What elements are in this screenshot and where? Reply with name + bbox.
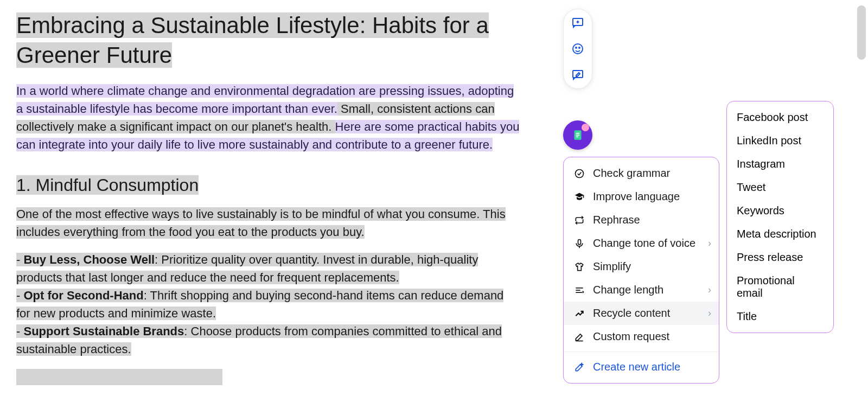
title-selected: Embracing a Sustainable Lifestyle: Habit… bbox=[16, 12, 489, 68]
graduation-cap-icon bbox=[573, 191, 585, 203]
tshirt-icon bbox=[573, 261, 585, 273]
sparkles-icon bbox=[573, 361, 585, 373]
menu-change-tone[interactable]: Change tone of voice › bbox=[564, 232, 719, 255]
bullet-list: - Buy Less, Choose Well: Prioritize qual… bbox=[16, 251, 521, 358]
menu-improve-language[interactable]: Improve language bbox=[564, 185, 719, 208]
svg-point-5 bbox=[579, 47, 580, 48]
menu-simplify[interactable]: Simplify bbox=[564, 255, 719, 278]
menu-label: Rephrase bbox=[593, 214, 640, 226]
menu-custom-request[interactable]: Custom request bbox=[564, 325, 719, 348]
trailing-selection bbox=[16, 369, 222, 385]
section-1-paragraph: One of the most effective ways to live s… bbox=[16, 205, 521, 241]
submenu-tweet[interactable]: Tweet bbox=[727, 176, 833, 199]
menu-change-length[interactable]: Change length › bbox=[564, 278, 719, 302]
menu-label: Improve language bbox=[593, 190, 680, 203]
svg-point-4 bbox=[576, 47, 577, 48]
lines-icon bbox=[573, 284, 585, 296]
menu-check-grammar[interactable]: Check grammar bbox=[564, 162, 719, 185]
suggest-edits-button[interactable] bbox=[570, 67, 586, 83]
submenu-keywords[interactable]: Keywords bbox=[727, 199, 833, 222]
pencil-icon bbox=[573, 331, 585, 343]
svg-point-3 bbox=[573, 44, 583, 54]
document-icon bbox=[571, 128, 585, 142]
microphone-icon bbox=[573, 238, 585, 250]
menu-label: Simplify bbox=[593, 260, 631, 273]
floating-toolbar bbox=[563, 9, 592, 89]
chevron-right-icon: › bbox=[708, 284, 711, 296]
submenu-instagram[interactable]: Instagram bbox=[727, 152, 833, 176]
intro-paragraph: In a world where climate change and envi… bbox=[16, 82, 521, 154]
svg-point-11 bbox=[576, 169, 584, 177]
check-circle-icon bbox=[573, 168, 585, 180]
ai-actions-menu: Check grammar Improve language Rephrase … bbox=[563, 157, 719, 384]
menu-label: Recycle content bbox=[593, 307, 670, 320]
ai-assistant-button[interactable] bbox=[563, 120, 592, 150]
emoji-button[interactable] bbox=[570, 41, 586, 57]
menu-separator bbox=[564, 352, 719, 352]
scrollbar-thumb[interactable] bbox=[857, 5, 866, 60]
menu-label: Check grammar bbox=[593, 167, 670, 180]
menu-rephrase[interactable]: Rephrase bbox=[564, 208, 719, 232]
recycle-content-submenu: Facebook post LinkedIn post Instagram Tw… bbox=[726, 101, 834, 333]
add-comment-button[interactable] bbox=[570, 15, 586, 31]
document-title: Embracing a Sustainable Lifestyle: Habit… bbox=[16, 11, 521, 70]
menu-label: Custom request bbox=[593, 330, 669, 343]
section-1-heading: 1. Mindful Consumption bbox=[16, 175, 521, 195]
chevron-right-icon: › bbox=[708, 308, 711, 319]
document-body: Embracing a Sustainable Lifestyle: Habit… bbox=[16, 11, 521, 387]
submenu-meta-description[interactable]: Meta description bbox=[727, 222, 833, 246]
submenu-press-release[interactable]: Press release bbox=[727, 246, 833, 269]
menu-label: Change tone of voice bbox=[593, 237, 695, 250]
submenu-linkedin-post[interactable]: LinkedIn post bbox=[727, 129, 833, 152]
repeat-icon bbox=[573, 214, 585, 226]
submenu-facebook-post[interactable]: Facebook post bbox=[727, 106, 833, 129]
arrow-up-right-icon bbox=[573, 308, 585, 320]
submenu-title[interactable]: Title bbox=[727, 305, 833, 328]
menu-create-new-article[interactable]: Create new article bbox=[564, 355, 719, 379]
submenu-promotional-email[interactable]: Promotional email bbox=[727, 269, 833, 305]
menu-label: Change length bbox=[593, 284, 663, 296]
menu-label: Create new article bbox=[593, 361, 680, 373]
menu-recycle-content[interactable]: Recycle content › bbox=[564, 302, 719, 325]
svg-rect-12 bbox=[578, 239, 581, 244]
chevron-right-icon: › bbox=[708, 238, 711, 249]
